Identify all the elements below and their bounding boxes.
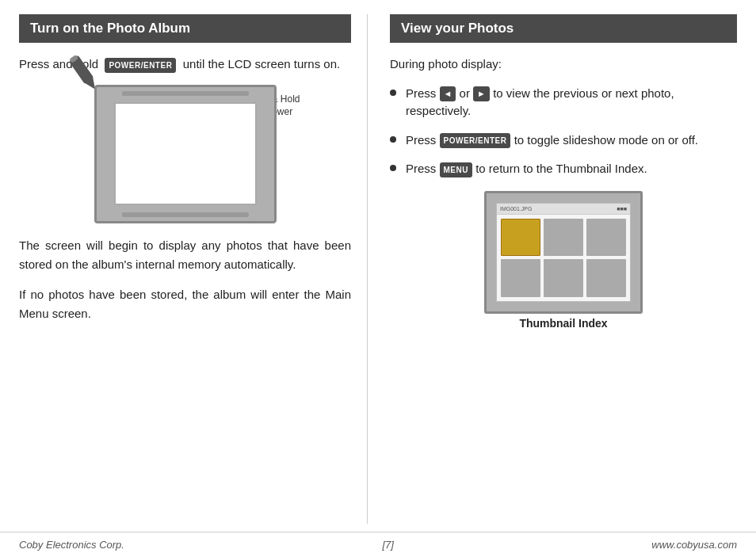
page: Turn on the Photo Album Press and hold P… (0, 0, 756, 557)
bullet-item-3: Press MENU to return to the Thumbnail In… (390, 160, 737, 178)
thumbnail-index-label: Thumbnail Index (390, 317, 737, 330)
bullet-text-1: Press ◄ or ► to view the previous or nex… (406, 85, 737, 120)
desc1: The screen will begin to display any pho… (19, 236, 351, 274)
thumbnail-device: IMG001.JPG ■■■ (484, 191, 643, 314)
bullet-list: Press ◄ or ► to view the previous or nex… (390, 85, 737, 178)
thumb-cell-2 (544, 219, 583, 257)
desc2: If no photos have been stored, the album… (19, 285, 351, 323)
thumb-cell-4 (501, 259, 540, 297)
power-enter-button-label-2: POWER/ENTER (440, 133, 511, 148)
nav-right-button: ► (473, 86, 490, 101)
content-area: Turn on the Photo Album Press and hold P… (0, 0, 756, 532)
device-illustration: Press & Hold for Power (19, 85, 351, 223)
right-intro: During photo display: (390, 55, 737, 74)
thumb-cell-5 (544, 259, 583, 297)
thumb-top-bar: IMG001.JPG ■■■ (497, 204, 630, 215)
thumb-grid (497, 215, 630, 301)
thumb-cell-6 (586, 259, 626, 297)
left-column: Turn on the Photo Album Press and hold P… (19, 14, 368, 524)
device-frame (94, 85, 277, 223)
nav-left-button: ◄ (440, 86, 456, 101)
footer: Coby Electronics Corp. [7] www.cobyusa.c… (0, 532, 756, 557)
footer-right: www.cobyusa.com (651, 539, 737, 551)
bullet-text-2: Press POWER/ENTER to toggle slideshow mo… (406, 132, 698, 150)
left-section-header: Turn on the Photo Album (19, 14, 351, 43)
bullet-item-1: Press ◄ or ► to view the previous or nex… (390, 85, 737, 120)
right-section-header: View your Photos (390, 14, 737, 43)
bullet-text-3: Press MENU to return to the Thumbnail In… (406, 160, 647, 178)
device-screen (114, 102, 257, 205)
thumbnail-screen: IMG001.JPG ■■■ (496, 203, 631, 302)
thumb-cell-1-highlighted (501, 219, 540, 257)
bullet-dot-2 (390, 136, 396, 143)
device-top-bar (122, 91, 249, 96)
footer-left: Coby Electronics Corp. (19, 539, 124, 551)
device-bottom-bar (122, 212, 249, 217)
footer-center: [7] (382, 539, 393, 551)
bullet-dot-3 (390, 165, 396, 171)
bullet-dot-1 (390, 90, 396, 96)
bullet-item-2: Press POWER/ENTER to toggle slideshow mo… (390, 132, 737, 150)
menu-button-label: MENU (440, 162, 472, 177)
right-column: View your Photos During photo display: P… (368, 14, 737, 524)
power-enter-button-label: POWER/ENTER (105, 58, 176, 73)
thumb-cell-3 (586, 219, 626, 257)
